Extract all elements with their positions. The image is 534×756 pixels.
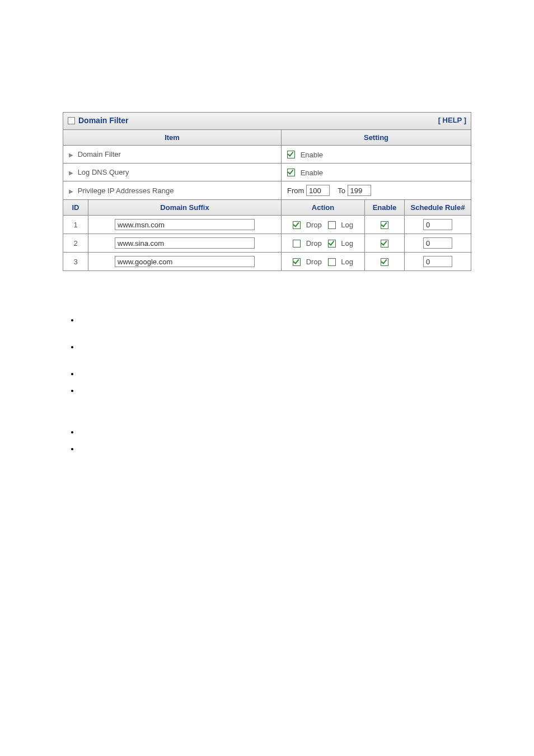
log-dns-enable-label: Enable [301,169,323,177]
row-suffix-cell [88,234,282,253]
log-checkbox[interactable] [328,258,336,266]
chevron-right-icon: ▶ [69,170,73,176]
setting-log-dns: Enable [282,164,471,181]
drop-checkbox[interactable] [293,221,301,229]
row-schedule-cell [405,253,471,271]
row-enable-cell [365,216,405,234]
row-id: 2 [63,234,88,253]
table-row: 3 Drop Log [63,253,471,271]
domain-filter-enable-label: Enable [301,151,323,159]
list-item [79,386,471,400]
domain-filter-table: Domain Filter [ HELP ] Item Setting ▶ Do… [63,112,471,271]
row-schedule-cell [405,234,471,253]
from-label: From [287,186,304,195]
col-id: ID [63,200,88,216]
col-schedule: Schedule Rule# [405,200,471,216]
row-enable-cell [365,234,405,253]
col-enable: Enable [365,200,405,216]
drop-checkbox[interactable] [293,240,301,248]
item-priv-range: ▶ Privilege IP Addresses Range [63,181,282,200]
list-item [79,343,471,356]
domain-suffix-input[interactable] [115,219,255,230]
panel-title: Domain Filter [78,116,128,125]
log-label: Log [341,221,353,229]
titlebar-icon [68,117,75,124]
domain-suffix-input[interactable] [115,237,255,249]
log-checkbox[interactable] [328,221,336,229]
row-suffix-cell [88,253,282,271]
log-label: Log [341,258,353,266]
schedule-input[interactable] [423,237,452,249]
table-row: 2 Drop Log [63,234,471,253]
col-action: Action [282,200,365,216]
to-input[interactable] [348,185,371,196]
item-log-dns: ▶ Log DNS Query [63,164,282,181]
row-action-cell: Drop Log [282,216,365,234]
item-domain-filter: ▶ Domain Filter [63,146,282,164]
domain-filter-enable-checkbox[interactable] [287,151,295,158]
setting-priv-range: From To [282,181,471,200]
row-id: 3 [63,253,88,271]
drop-label: Drop [306,258,322,266]
setting-domain-filter: Enable [282,146,471,164]
col-item: Item [63,130,282,146]
schedule-input[interactable] [423,256,452,267]
list-item [79,316,471,329]
to-label: To [338,186,345,195]
from-input[interactable] [306,185,330,196]
domain-suffix-input[interactable] [115,256,255,267]
enable-checkbox[interactable] [381,258,388,266]
chevron-right-icon: ▶ [69,188,73,194]
bullet-list [57,316,471,458]
drop-label: Drop [306,239,322,248]
row-action-cell: Drop Log [282,234,365,253]
list-item [79,428,471,441]
list-item [79,370,471,383]
row-id: 1 [63,216,88,234]
col-domain-suffix: Domain Suffix [88,200,282,216]
log-label: Log [341,239,353,248]
row-action-cell: Drop Log [282,253,365,271]
list-item [79,445,471,458]
table-row: 1 Drop Log [63,216,471,234]
enable-checkbox[interactable] [381,221,388,229]
row-suffix-cell [88,216,282,234]
drop-checkbox[interactable] [293,258,301,266]
row-enable-cell [365,253,405,271]
log-dns-enable-checkbox[interactable] [287,169,295,176]
col-setting: Setting [282,130,471,146]
enable-checkbox[interactable] [381,240,388,248]
log-checkbox[interactable] [328,240,336,248]
schedule-input[interactable] [423,219,452,230]
titlebar: Domain Filter [ HELP ] [63,113,471,130]
help-link[interactable]: [ HELP ] [438,116,466,124]
chevron-right-icon: ▶ [69,152,73,158]
row-schedule-cell [405,216,471,234]
drop-label: Drop [306,221,322,229]
